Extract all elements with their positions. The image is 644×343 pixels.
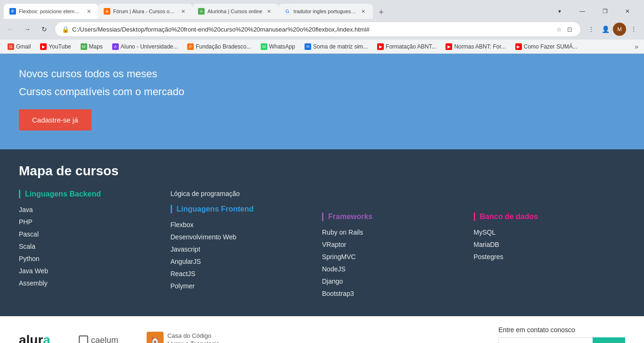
course-vraptor[interactable]: VRaptor bbox=[322, 241, 474, 248]
course-angularjs[interactable]: AngularJS bbox=[171, 258, 322, 265]
normas-favicon: ▶ bbox=[446, 43, 452, 50]
course-nodejs[interactable]: NodeJS bbox=[322, 265, 474, 273]
frameworks-header: Frameworks bbox=[322, 212, 474, 221]
bookmark-fundacao[interactable]: F Fundação Bradesco... bbox=[183, 42, 255, 51]
frameworks-column: Frameworks Ruby on Rails VRaptor SpringM… bbox=[322, 190, 474, 302]
course-java[interactable]: Java bbox=[19, 206, 171, 213]
forward-button[interactable]: → bbox=[21, 23, 34, 36]
maximize-btn[interactable]: ❐ bbox=[594, 4, 616, 19]
tab-flexbox[interactable]: F Flexbox: posicione elementos na... ✕ bbox=[4, 4, 98, 19]
bookmark-formatacao[interactable]: ▶ Formatação ABNT... bbox=[373, 42, 440, 51]
tab-close-3[interactable]: ✕ bbox=[265, 8, 273, 15]
browser-window: F Flexbox: posicione elementos na... ✕ A… bbox=[0, 0, 644, 343]
course-scala[interactable]: Scala bbox=[19, 243, 171, 250]
youtube-favicon: ▶ bbox=[40, 43, 47, 50]
course-postegres[interactable]: Postegres bbox=[474, 253, 626, 261]
frontend-column: Lógica de programação Linguagens Fronten… bbox=[171, 190, 322, 302]
tab-favicon-3: A bbox=[198, 8, 205, 15]
tab-title-4: tradutor ingles portugues - Pesq... bbox=[294, 8, 357, 14]
account-icon[interactable]: 👤 bbox=[599, 23, 612, 36]
toolbar-right: ⋮ 👤 M ⋮ bbox=[585, 23, 640, 36]
bookmark-como[interactable]: ▶ Como Fazer SUMÁ... bbox=[512, 42, 581, 51]
address-bar[interactable]: 🔒 C:/Users/Messias/Desktop/formação%20fr… bbox=[55, 22, 581, 37]
course-php[interactable]: PHP bbox=[19, 218, 171, 226]
footer: alura caelum 🏠 Casa do Código Livros e T… bbox=[0, 316, 644, 343]
bookmark-gmail[interactable]: G Gmail bbox=[4, 42, 34, 51]
contact-form: Enviar bbox=[498, 337, 625, 343]
bookmark-aluno-label: Aluno - Universidade... bbox=[121, 43, 178, 50]
course-java-web[interactable]: Java Web bbox=[19, 267, 171, 275]
course-springmvc[interactable]: SpringMVC bbox=[322, 253, 474, 261]
address-bar-row: ← → ↻ 🔒 C:/Users/Messias/Desktop/formaçã… bbox=[0, 19, 644, 40]
back-button[interactable]: ← bbox=[4, 23, 17, 36]
close-btn[interactable]: ✕ bbox=[617, 4, 638, 19]
course-bootstrap3[interactable]: Bootstrap3 bbox=[322, 290, 474, 297]
refresh-button[interactable]: ↻ bbox=[38, 23, 51, 36]
frontend-header: Linguagens Frontend bbox=[171, 205, 322, 213]
tab-favicon-4: G bbox=[284, 8, 291, 15]
cta-button[interactable]: Cadastre-se já bbox=[19, 109, 91, 131]
bookmark-normas[interactable]: ▶ Normas ABNT: For... bbox=[442, 42, 509, 51]
tab-alura-forum[interactable]: A Fórum | Alura - Cursos online de... ✕ bbox=[98, 4, 192, 19]
tab-close-4[interactable]: ✕ bbox=[360, 8, 367, 15]
bookmark-youtube[interactable]: ▶ YouTube bbox=[36, 42, 74, 51]
backend-column: Linguagens Backend Java PHP Pascal Scala… bbox=[19, 190, 171, 302]
course-dev-web[interactable]: Desenvolvimento Web bbox=[171, 233, 322, 241]
hero-section: Novos cursos todos os meses Cursos compa… bbox=[0, 54, 644, 149]
database-column: Banco de dados MySQL MariaDB Postegres bbox=[474, 190, 626, 302]
course-python[interactable]: Python bbox=[19, 255, 171, 262]
tab-close-2[interactable]: ✕ bbox=[179, 8, 187, 15]
logic-link[interactable]: Lógica de programação bbox=[171, 190, 322, 197]
tab-title-2: Fórum | Alura - Cursos online de... bbox=[113, 8, 176, 14]
tab-favicon-2: A bbox=[104, 8, 110, 15]
bookmark-fundacao-label: Fundação Bradesco... bbox=[196, 43, 251, 50]
casa-codigo-line2: Livros e Tecnologia bbox=[167, 340, 220, 343]
address-text: C:/Users/Messias/Desktop/formação%20fron… bbox=[72, 26, 552, 33]
course-reactjs[interactable]: ReactJS bbox=[171, 270, 322, 278]
bookmark-maps-label: Maps bbox=[89, 43, 103, 50]
caelum-text: caelum bbox=[91, 335, 118, 343]
course-mariadb[interactable]: MariaDB bbox=[474, 241, 626, 248]
tab-title-3: Alurinha | Cursos online bbox=[207, 8, 263, 14]
bookmark-star-icon[interactable]: ☆ bbox=[555, 25, 563, 33]
casa-codigo-line1: Casa do Código bbox=[167, 332, 220, 340]
format-favicon: ▶ bbox=[377, 43, 384, 50]
hero-text1: Novos cursos todos os meses bbox=[19, 68, 625, 80]
course-django[interactable]: Django bbox=[322, 278, 474, 285]
page-content: Novos cursos todos os meses Cursos compa… bbox=[0, 54, 644, 343]
casa-codigo-icon: 🏠 bbox=[147, 332, 164, 343]
extensions-icon[interactable]: ⋮ bbox=[585, 23, 598, 36]
profile-avatar[interactable]: M bbox=[613, 23, 626, 36]
course-mysql[interactable]: MySQL bbox=[474, 229, 626, 236]
course-polymer[interactable]: Polymer bbox=[171, 282, 322, 290]
contact-input[interactable] bbox=[498, 337, 593, 343]
course-assembly[interactable]: Assembly bbox=[19, 279, 171, 287]
bookmark-whatsapp-label: WhatsApp bbox=[269, 43, 295, 50]
cast-icon[interactable]: ⊡ bbox=[565, 25, 574, 33]
tab-alurinha[interactable]: A Alurinha | Cursos online ✕ bbox=[192, 4, 279, 19]
fundacao-favicon: F bbox=[187, 43, 194, 50]
course-javascript[interactable]: Javascript bbox=[171, 245, 322, 253]
bookmarks-more-button[interactable]: » bbox=[633, 42, 640, 51]
courses-map-title: Mapa de cursos bbox=[19, 163, 625, 179]
course-pascal[interactable]: Pascal bbox=[19, 230, 171, 238]
menu-icon[interactable]: ⋮ bbox=[627, 23, 640, 36]
contact-submit-button[interactable]: Enviar bbox=[593, 337, 625, 343]
bookmark-maps[interactable]: M Maps bbox=[77, 42, 107, 51]
bookmark-aluno[interactable]: A Aluno - Universidade... bbox=[108, 42, 182, 51]
bookmark-format-label: Formatação ABNT... bbox=[386, 43, 436, 50]
hero-text2: Cursos compatíveis com o mercado bbox=[19, 86, 625, 98]
bookmark-whatsapp[interactable]: W WhatsApp bbox=[257, 42, 299, 51]
course-ruby-on-rails[interactable]: Ruby on Rails bbox=[322, 229, 474, 236]
maps-favicon: M bbox=[81, 43, 87, 50]
minimize-btn[interactable]: — bbox=[571, 4, 593, 19]
tab-close-1[interactable]: ✕ bbox=[85, 8, 92, 15]
gmail-favicon: G bbox=[8, 43, 14, 50]
tab-tradutor[interactable]: G tradutor ingles portugues - Pesq... ✕ bbox=[279, 4, 373, 19]
bookmark-soma[interactable]: M Soma de matriz sim... bbox=[301, 42, 372, 51]
new-tab-button[interactable]: + bbox=[375, 6, 388, 19]
course-flexbox[interactable]: Flexbox bbox=[171, 221, 322, 229]
window-menu-btn[interactable]: ▾ bbox=[549, 4, 570, 19]
soma-favicon: M bbox=[305, 43, 311, 50]
como-favicon: ▶ bbox=[515, 43, 522, 50]
